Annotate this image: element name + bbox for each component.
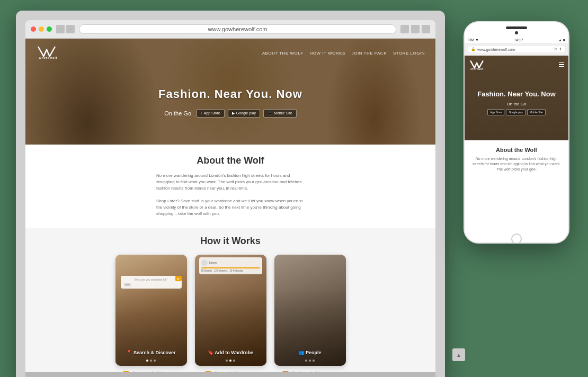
app-badges:  App Store ▶ Google play 📱 Mobile Site: [197, 109, 297, 118]
feature-search: Search & Discover Fashion from stores ne…: [115, 371, 187, 372]
phone-share-icon[interactable]: ⬆: [559, 47, 562, 51]
menu-button[interactable]: [422, 25, 430, 33]
phone-hero: wherewolf Fashion. Near You. Now On the …: [465, 56, 568, 140]
phone-screen: TIM ▼ 14:17 ▲ ■ 🔒 www.gowherewolf.com ↻ …: [465, 37, 568, 231]
phone-hero-body: Fashion. Near You. Now On the Go App Sto…: [465, 74, 568, 132]
feature-search-title: Search & Discover: [115, 371, 187, 372]
phone-app-badges: App Store Google play Mobile Site: [487, 109, 546, 115]
feature-follow: Follow & Discover Discover fashion from …: [274, 371, 346, 372]
card-1-label: 📍 Search & Discover: [115, 350, 187, 355]
hamburger-menu[interactable]: [559, 62, 564, 67]
laptop-mockup: ‹ › www.gowherewolf.com wherewolf: [16, 11, 445, 371]
phone-carrier: TIM ▼: [468, 38, 479, 42]
phone-home-button[interactable]: [511, 234, 522, 244]
browser-nav: ‹ ›: [56, 25, 75, 33]
card-2-label: 🔖 Add to Wardrobe: [195, 350, 266, 355]
phone-about-title: About the Wolf: [470, 147, 563, 153]
phone-time: 14:17: [514, 38, 523, 42]
minimize-icon[interactable]: [39, 26, 44, 32]
card-3-label: 👥 People: [274, 350, 346, 355]
phone-hero-subtitle: On the Go: [507, 102, 527, 106]
save-feature-icon: [205, 371, 211, 372]
about-section: About the Wolf No more wandering around …: [25, 145, 435, 228]
nav-how[interactable]: HOW IT WORKS: [310, 51, 345, 56]
card-2-dots: [195, 360, 266, 362]
card-3-dots: [274, 360, 346, 362]
google-play-badge[interactable]: ▶ Google play: [228, 109, 260, 118]
hero-section: wherewolf ABOUT THE WOLF HOW IT WORKS JO…: [25, 39, 435, 145]
about-title: About the Wolf: [105, 155, 356, 166]
phone-cards-row: What are you searching for? N:87 ▶: [47, 255, 414, 366]
browser-chrome: ‹ › www.gowherewolf.com: [25, 20, 435, 39]
nav-store[interactable]: STORE LOGIN: [393, 51, 425, 56]
hero-subtitle: On the Go: [164, 110, 191, 116]
traffic-lights: [31, 26, 52, 32]
phone-speaker: [506, 26, 527, 29]
bookmark-button[interactable]: [411, 25, 420, 33]
feature-save-title: Save & Discover: [195, 371, 266, 372]
phone-browser-bar: 🔒 www.gowherewolf.com ↻ ⬆: [465, 43, 568, 56]
phone-about-text: No more wandering around London's fashio…: [470, 156, 563, 172]
phone-hero-title: Fashion. Near You. Now: [477, 90, 556, 98]
phone-status-bar: TIM ▼ 14:17 ▲ ■: [465, 37, 568, 43]
nav-links: ABOUT THE WOLF HOW IT WORKS JOIN THE PAC…: [262, 51, 425, 56]
phone-mobile-site[interactable]: Mobile Site: [527, 109, 546, 115]
lock-icon: 🔒: [471, 47, 476, 51]
app-store-badge[interactable]:  App Store: [197, 109, 225, 118]
feature-follow-title: Follow & Discover: [274, 371, 346, 372]
back-button[interactable]: ‹: [56, 25, 65, 33]
nav-about[interactable]: ABOUT THE WOLF: [262, 51, 304, 56]
about-text: No more wandering around London's fashio…: [156, 173, 305, 217]
phone-nav: wherewolf: [465, 56, 568, 74]
phone-about: About the Wolf No more wandering around …: [465, 140, 568, 178]
mobile-site-badge[interactable]: 📱 Mobile Site: [263, 109, 297, 118]
how-title: How it Works: [47, 236, 414, 247]
phone-card-wardrobe: Simon 80 Brands 12 Followers 25 Followin…: [195, 255, 266, 366]
phone-signal: ▲ ■: [558, 38, 565, 42]
phone-logo: wherewolf: [469, 59, 485, 70]
phone-card-people: 👥 People: [274, 255, 346, 366]
site-navigation: wherewolf ABOUT THE WOLF HOW IT WORKS JO…: [25, 39, 435, 68]
about-paragraph-2: Shop Later? Save stuff in your wardrobe …: [156, 198, 305, 217]
card-1-dots: [115, 360, 187, 362]
phone-app-store[interactable]: App Store: [487, 109, 504, 115]
hero-cta-row: On the Go  App Store ▶ Google play: [164, 109, 296, 118]
follow-feature-icon: [282, 371, 289, 372]
phone-card-search: What are you searching for? N:87 ▶: [115, 255, 187, 366]
hero-title: Fashion. Near You. Now: [158, 87, 302, 101]
phone-home-area: [465, 231, 568, 244]
browser-actions: [400, 25, 430, 33]
hero-body: Fashion. Near You. Now On the Go  App S…: [25, 68, 435, 145]
phone-google-play[interactable]: Google play: [506, 109, 525, 115]
about-paragraph-1: No more wandering around London's fashio…: [156, 173, 305, 192]
phone-url-bar[interactable]: 🔒 www.gowherewolf.com ↻ ⬆: [468, 46, 565, 52]
scroll-to-top-button[interactable]: ▲: [452, 348, 465, 361]
phone-mockup: TIM ▼ 14:17 ▲ ■ 🔒 www.gowherewolf.com ↻ …: [464, 21, 569, 244]
refresh-icon[interactable]: ↻: [554, 47, 557, 51]
close-icon[interactable]: [31, 26, 36, 32]
svg-text:wherewolf: wherewolf: [470, 67, 484, 70]
laptop-bottom-bar: [25, 372, 435, 377]
search-feature-icon: [123, 371, 129, 372]
nav-join[interactable]: JOIN THE PACK: [352, 51, 387, 56]
mobile-icon: 📱: [268, 111, 272, 115]
address-bar[interactable]: www.gowherewolf.com: [79, 24, 396, 34]
share-button[interactable]: [400, 25, 409, 33]
website-content: wherewolf ABOUT THE WOLF HOW IT WORKS JO…: [25, 39, 435, 372]
phone-camera: [515, 31, 518, 34]
svg-text:wherewolf: wherewolf: [39, 56, 57, 59]
maximize-icon[interactable]: [47, 26, 52, 32]
play-icon: ▶: [232, 111, 235, 115]
forward-button[interactable]: ›: [66, 25, 75, 33]
apple-icon: : [201, 111, 202, 115]
site-logo: wherewolf: [36, 44, 57, 62]
feature-save: Save & Discover Save products. Get notif…: [195, 371, 266, 372]
how-it-works-section: How it Works What are you searching for?: [25, 228, 435, 372]
